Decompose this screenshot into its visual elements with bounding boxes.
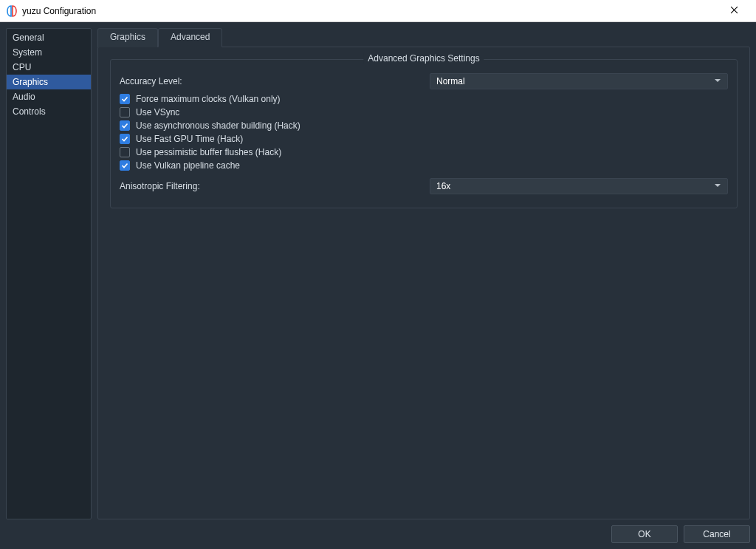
close-icon — [730, 6, 738, 16]
tab-graphics[interactable]: Graphics — [97, 28, 158, 47]
accuracy-row: Accuracy Level: Normal — [120, 73, 728, 89]
tab-bar: Graphics Advanced — [97, 28, 750, 47]
dialog-button-row: OK Cancel — [6, 524, 750, 543]
tab-advanced[interactable]: Advanced — [158, 28, 222, 47]
checkbox-label: Use Vulkan pipeline cache — [136, 160, 240, 171]
window-close-button[interactable] — [718, 0, 750, 22]
checkbox-row[interactable]: Use pessimistic buffer flushes (Hack) — [120, 147, 728, 157]
config-window: yuzu Configuration General System CPU Gr… — [0, 0, 756, 549]
checkbox[interactable] — [120, 160, 130, 171]
accuracy-select[interactable]: Normal — [430, 73, 728, 89]
body: General System CPU Graphics Audio Contro… — [0, 22, 756, 549]
aniso-row: Anisotropic Filtering: 16x — [120, 178, 728, 194]
sidebar-item-cpu[interactable]: CPU — [7, 60, 91, 75]
aniso-label: Anisotropic Filtering: — [120, 181, 422, 191]
checkbox-row[interactable]: Use asynchronous shader building (Hack) — [120, 120, 728, 131]
cancel-button[interactable]: Cancel — [684, 525, 750, 543]
aniso-value: 16x — [436, 181, 450, 191]
content: Graphics Advanced Advanced Graphics Sett… — [97, 28, 750, 519]
chevron-down-icon — [714, 181, 721, 191]
checkbox[interactable] — [120, 94, 130, 104]
checkbox-row[interactable]: Use VSync — [120, 107, 728, 117]
advanced-graphics-group: Advanced Graphics Settings Accuracy Leve… — [110, 59, 738, 208]
app-logo-icon — [6, 5, 18, 17]
checkbox-label: Use pessimistic buffer flushes (Hack) — [136, 147, 281, 157]
sidebar-item-system[interactable]: System — [7, 45, 91, 60]
sidebar-item-general[interactable]: General — [7, 30, 91, 45]
checkbox-row[interactable]: Use Fast GPU Time (Hack) — [120, 134, 728, 144]
checkbox[interactable] — [120, 107, 130, 117]
checkbox-row[interactable]: Use Vulkan pipeline cache — [120, 160, 728, 171]
checkbox-label: Use asynchronous shader building (Hack) — [136, 120, 300, 131]
checkbox-label: Use VSync — [136, 107, 179, 117]
accuracy-value: Normal — [436, 76, 465, 86]
titlebar-left: yuzu Configuration — [6, 5, 96, 17]
group-title: Advanced Graphics Settings — [363, 53, 484, 64]
sidebar-item-controls[interactable]: Controls — [7, 104, 91, 119]
aniso-select[interactable]: 16x — [430, 178, 728, 194]
settings-panel: Advanced Graphics Settings Accuracy Leve… — [97, 47, 750, 519]
main-row: General System CPU Graphics Audio Contro… — [6, 28, 750, 519]
accuracy-label: Accuracy Level: — [120, 76, 422, 86]
chevron-down-icon — [714, 76, 721, 86]
sidebar-item-audio[interactable]: Audio — [7, 89, 91, 104]
sidebar-item-graphics[interactable]: Graphics — [7, 75, 91, 89]
titlebar: yuzu Configuration — [0, 0, 756, 22]
checkbox[interactable] — [120, 134, 130, 144]
checkbox[interactable] — [120, 120, 130, 131]
ok-button[interactable]: OK — [611, 525, 678, 543]
checkbox-label: Use Fast GPU Time (Hack) — [136, 134, 243, 144]
checkbox[interactable] — [120, 147, 130, 157]
checkbox-label: Force maximum clocks (Vulkan only) — [136, 94, 281, 104]
window-title: yuzu Configuration — [22, 6, 96, 16]
checkbox-row[interactable]: Force maximum clocks (Vulkan only) — [120, 94, 728, 104]
sidebar: General System CPU Graphics Audio Contro… — [6, 28, 92, 519]
